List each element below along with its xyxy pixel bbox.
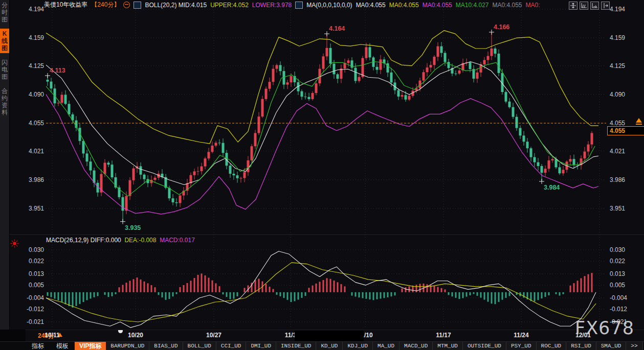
axis-tick: 3.986 <box>21 176 44 183</box>
tab-kd-ud[interactable]: KD_UD <box>316 342 343 350</box>
price-arrow-icon <box>636 118 642 125</box>
axis-tick: 4.055 <box>21 120 44 127</box>
ma-indicator-icon[interactable] <box>295 2 303 9</box>
axis-tick: 4.159 <box>21 34 44 41</box>
boll-indicator-icon[interactable] <box>134 2 141 9</box>
sidebar-item-3[interactable]: 合约资料 <box>0 86 9 118</box>
tab--[interactable]: 模板 <box>50 342 75 350</box>
chart-canvas[interactable]: 4.1134.1644.1663.9353.984 <box>0 0 644 350</box>
axis-tick: 4.055 <box>610 120 632 127</box>
ma-value-4: MA0:4.055 <box>492 2 522 9</box>
axis-tick: 0.005 <box>610 282 632 289</box>
kline-chart-window: 4.1134.1644.1663.9353.984 分时图K线图闪电图合约资料 … <box>0 0 644 350</box>
macd-legend: MACD(26,12,9) DIFF:0.000 DEA:-0.008 MACD… <box>46 237 195 244</box>
date-label: 11/17 <box>436 332 451 339</box>
axis-tick: 4.125 <box>21 62 44 69</box>
extreme-price-label: 3.984 <box>544 184 560 191</box>
axis-tick: 4.194 <box>21 6 44 13</box>
tab-rsi-ud[interactable]: RSI_UD <box>566 342 596 350</box>
axis-tick: 4.090 <box>610 91 632 98</box>
axis-tick: 4.194 <box>610 6 632 13</box>
indicator-tab-bar: 指标模板VIP指标BARUPDN_UDBIAS_UDBOLL_UDCCI_UDD… <box>0 341 644 350</box>
axis-tick: 4.021 <box>610 148 632 155</box>
axis-tick: -0.021 <box>21 318 44 325</box>
macd-name: MACD(26,12,9) <box>46 237 88 244</box>
x-axis-scale-icon[interactable] <box>590 2 599 10</box>
sidebar-item-0[interactable]: 分时图 <box>0 0 9 25</box>
boll-lower-line <box>46 95 598 214</box>
ma-value-3: MA10:4.027 <box>456 2 489 9</box>
boll-lower-value: LOWER:3.978 <box>252 2 292 9</box>
alert-burst-icon[interactable] <box>10 239 19 250</box>
fx678-watermark: FX678 <box>575 318 634 338</box>
axis-tick: -0.012 <box>610 306 632 313</box>
axis-tick: 4.125 <box>610 62 632 69</box>
chart-type-sidebar: 分时图K线图闪电图合约资料 <box>0 0 10 330</box>
y-axis-scale-icon[interactable] <box>580 2 588 10</box>
tab-macd-ud[interactable]: MACD_UD <box>399 342 433 350</box>
boll-upper-value: UPPER:4.052 <box>210 2 249 9</box>
date-label: 10/20 <box>128 332 143 339</box>
axis-tick: -0.004 <box>610 294 632 301</box>
tab-kdj-ud[interactable]: KDJ_UD <box>343 342 373 350</box>
axis-tick: 0.013 <box>21 270 44 277</box>
interval-badge[interactable]: 【240分】 <box>91 1 120 9</box>
macd-macd-value: MACD:0.017 <box>160 237 195 244</box>
axis-tick: 0.030 <box>21 246 44 253</box>
tab--[interactable]: >> <box>626 342 642 350</box>
ma-value-2: MA0:4.055 <box>423 2 452 9</box>
tab-boll-ud[interactable]: BOLL_UD <box>183 342 216 350</box>
ma-values: MA0:4.055MA0:4.055MA0:4.055MA10:4.027MA0… <box>356 2 540 9</box>
tab-sma-ud[interactable]: SMA_UD <box>596 342 627 350</box>
axis-tick: 0.005 <box>21 282 44 289</box>
tab-ma-ud[interactable]: MA_UD <box>373 342 399 350</box>
page-title: 美债10年收益率 <box>44 1 87 9</box>
ma-label: MA(0,0,0,10,0,0) <box>306 2 352 9</box>
axis-tick: 0.022 <box>610 258 632 265</box>
extreme-price-label: 3.935 <box>125 224 141 231</box>
tab--[interactable]: 指标 <box>26 342 50 350</box>
minus-circle-icon[interactable] <box>123 2 130 8</box>
axis-tick: 0.030 <box>610 246 632 253</box>
chart-toolbar <box>569 2 610 10</box>
dea-line <box>46 263 596 322</box>
axis-tick: 4.159 <box>610 34 632 41</box>
date-label: 10/11 <box>45 332 59 339</box>
axis-tick: 4.090 <box>21 91 44 98</box>
tab-vip-[interactable]: VIP指标 <box>75 342 106 350</box>
axis-tick: -0.004 <box>21 294 44 301</box>
axis-tick: 0.013 <box>610 270 632 277</box>
extreme-price-label: 4.113 <box>50 67 65 74</box>
ma-value-1: MA0:4.055 <box>389 2 419 9</box>
tab-roc-ud[interactable]: ROC_UD <box>537 342 567 350</box>
ma-value-5: MA0: <box>526 2 540 9</box>
tab-barupdn-ud[interactable]: BARUPDN_UD <box>106 342 149 350</box>
axis-tick: -0.012 <box>21 306 44 313</box>
tab-inside-ud[interactable]: INSIDE_UD <box>276 342 316 350</box>
x-axis-row: 240分 10/1110/2010/2711/311/1011/1711/241… <box>0 330 644 342</box>
tab-mtm-ud[interactable]: MTM_UD <box>433 342 463 350</box>
extreme-price-label: 4.166 <box>494 24 509 31</box>
extreme-price-label: 4.164 <box>329 25 345 32</box>
candlestick-series <box>47 32 593 222</box>
tab-psy-ud[interactable]: PSY_UD <box>506 342 537 350</box>
axis-tick: 3.951 <box>610 205 632 212</box>
macd-dea-value: DEA:-0.008 <box>124 237 156 244</box>
tab-bias-ud[interactable]: BIAS_UD <box>149 342 183 350</box>
axis-tick: 0.022 <box>21 258 44 265</box>
sidebar-item-2[interactable]: 闪电图 <box>0 57 9 82</box>
cursor-artifact <box>118 330 123 333</box>
sidebar-item-1[interactable]: K线图 <box>0 29 9 53</box>
current-price-box: 4.055 <box>607 126 644 135</box>
diff-line <box>46 251 596 328</box>
tab-outside-ud[interactable]: OUTSIDE_UD <box>463 342 506 350</box>
crosshair-tool-icon[interactable] <box>569 2 578 10</box>
overlay-patch <box>295 331 364 341</box>
ma-value-0: MA0:4.055 <box>356 2 386 9</box>
tab-dmi-ud[interactable]: DMI_UD <box>246 342 276 350</box>
boll-label: BOLL(20,2) MID:4.015 <box>145 2 207 9</box>
date-label: 11/24 <box>514 332 528 339</box>
go-last-candle-icon[interactable] <box>601 2 610 10</box>
macd-diff-value: DIFF:0.000 <box>91 237 121 244</box>
tab-cci-ud[interactable]: CCI_UD <box>216 342 247 350</box>
